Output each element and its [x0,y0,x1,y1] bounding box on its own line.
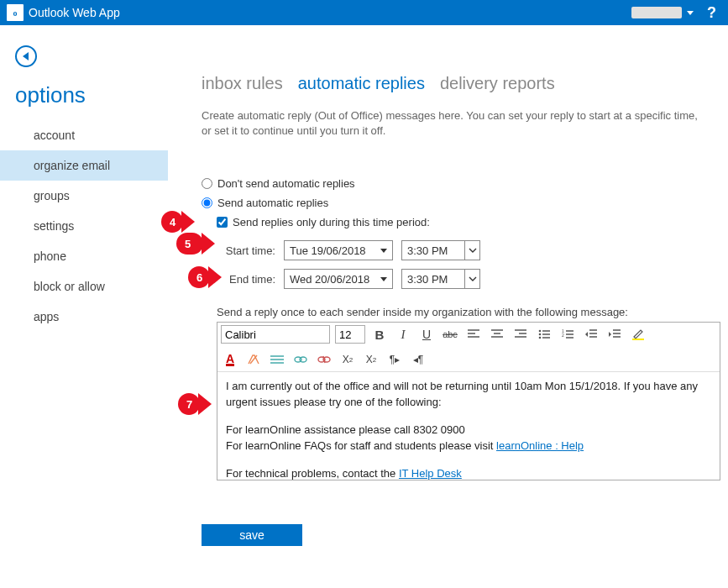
font-name-input[interactable] [221,325,330,344]
chevron-down-icon [380,277,387,281]
highlight-button[interactable] [629,325,647,344]
link-button[interactable] [291,350,310,369]
tab-inbox-rules[interactable]: inbox rules [202,74,283,93]
sidebar-title: options [15,82,168,108]
it-help-desk-link[interactable]: IT Help Desk [399,467,462,480]
unlink-button[interactable] [315,350,333,369]
rtl-button[interactable]: ◂¶ [409,350,427,369]
user-menu[interactable] [631,7,682,18]
svg-text:o: o [13,8,18,18]
sidebar-item-apps[interactable]: apps [0,302,168,332]
sidebar-item-groups[interactable]: groups [0,181,168,211]
svg-point-9 [300,357,306,362]
annotation-4: 4 [161,211,183,233]
clear-format-button[interactable] [244,350,263,369]
save-button[interactable]: save [202,524,302,546]
outdent-button[interactable] [582,325,600,344]
radio-send-label: Send automatic replies [217,197,328,209]
tab-row: inbox rules automatic replies delivery r… [202,74,723,93]
radio-send[interactable]: Send automatic replies [202,197,723,209]
editor-paragraph: I am currently out of the office and wil… [226,379,711,411]
svg-point-4 [539,337,542,339]
checkbox-time-period-label: Send replies only during this time perio… [233,216,430,228]
help-button[interactable]: ? [702,4,721,22]
underline-button[interactable]: U [417,325,436,344]
app-title: Outlook Web App [29,6,120,19]
sidebar: options account organize email groups se… [0,25,168,588]
align-left-button[interactable] [464,325,483,344]
sidebar-item-block-or-allow[interactable]: block or allow [0,271,168,302]
insert-rule-button[interactable] [268,350,286,369]
internal-message-label: Send a reply once to each sender inside … [217,306,723,318]
editor-paragraph: For learnOnline assistance please call 8… [226,423,711,454]
subscript-button[interactable]: X2 [362,350,380,369]
strikethrough-button[interactable]: abc [441,325,459,344]
sidebar-item-organize-email[interactable]: organize email [0,150,168,181]
chevron-down-icon [464,270,479,288]
end-date-picker[interactable]: Wed 20/06/2018 [284,269,393,289]
tab-automatic-replies[interactable]: automatic replies [298,74,425,93]
start-date-value: Tue 19/06/2018 [290,244,366,257]
start-time-value: 3:30 PM [407,244,448,257]
radio-send-input[interactable] [202,197,212,208]
annotation-7: 7 [178,393,200,415]
tab-delivery-reports[interactable]: delivery reports [440,74,555,93]
sidebar-item-phone[interactable]: phone [0,241,168,271]
bold-button[interactable]: B [370,325,389,344]
svg-text:2: 2 [562,333,564,338]
svg-rect-7 [632,339,644,340]
checkbox-time-period-input[interactable] [217,217,228,228]
sidebar-item-account[interactable]: account [0,120,168,150]
chevron-down-icon [380,249,387,253]
superscript-button[interactable]: X2 [338,350,357,369]
sidebar-item-settings[interactable]: settings [0,211,168,241]
editor-body[interactable]: I am currently out of the office and wil… [217,372,720,480]
back-button[interactable] [15,45,37,67]
align-right-button[interactable] [511,325,530,344]
font-size-input[interactable] [335,325,365,344]
font-color-button[interactable]: A [221,350,239,369]
radio-dont-send[interactable]: Don't send automatic replies [202,177,723,190]
ltr-button[interactable]: ¶▸ [385,350,404,369]
svg-point-2 [539,330,542,333]
editor-toolbar: B I U abc 12 A X2 X2 ¶▸ ◂¶ [217,323,720,372]
learnonline-help-link[interactable]: learnOnline : Help [496,439,584,452]
end-time-value: 3:30 PM [407,273,448,286]
end-time-label: End time: [217,273,275,286]
radio-dont-send-label: Don't send automatic replies [217,177,355,190]
checkbox-time-period[interactable]: Send replies only during this time perio… [217,216,723,228]
svg-point-3 [539,333,542,336]
start-time-label: Start time: [217,244,275,257]
chevron-down-icon [464,241,479,260]
annotation-6: 6 [188,266,210,288]
title-bar: o Outlook Web App ? [0,0,728,25]
annotation-5: 5 [176,233,203,255]
back-arrow-icon [23,52,29,60]
chevron-down-icon[interactable] [687,11,694,15]
radio-dont-send-input[interactable] [202,178,212,189]
start-time-picker[interactable]: 3:30 PM [401,240,480,260]
indent-button[interactable] [605,325,624,344]
start-date-picker[interactable]: Tue 19/06/2018 [284,240,393,260]
numbering-button[interactable]: 12 [558,325,577,344]
end-time-row: End time: Wed 20/06/2018 3:30 PM [217,269,723,289]
time-period-grid: Start time: Tue 19/06/2018 3:30 PM End t… [217,240,723,289]
rich-text-editor: B I U abc 12 A X2 X2 ¶▸ ◂¶ [217,322,720,480]
editor-paragraph: For technical problems, contact the IT H… [226,466,711,480]
start-time-row: Start time: Tue 19/06/2018 3:30 PM [217,240,723,260]
end-time-picker[interactable]: 3:30 PM [401,269,480,289]
align-center-button[interactable] [488,325,506,344]
italic-button[interactable]: I [394,325,412,344]
outlook-logo-icon: o [7,4,24,21]
page-description: Create automatic reply (Out of Office) m… [202,108,710,139]
main-content: inbox rules automatic replies delivery r… [168,25,728,588]
end-date-value: Wed 20/06/2018 [290,273,369,286]
bullets-button[interactable] [535,325,553,344]
